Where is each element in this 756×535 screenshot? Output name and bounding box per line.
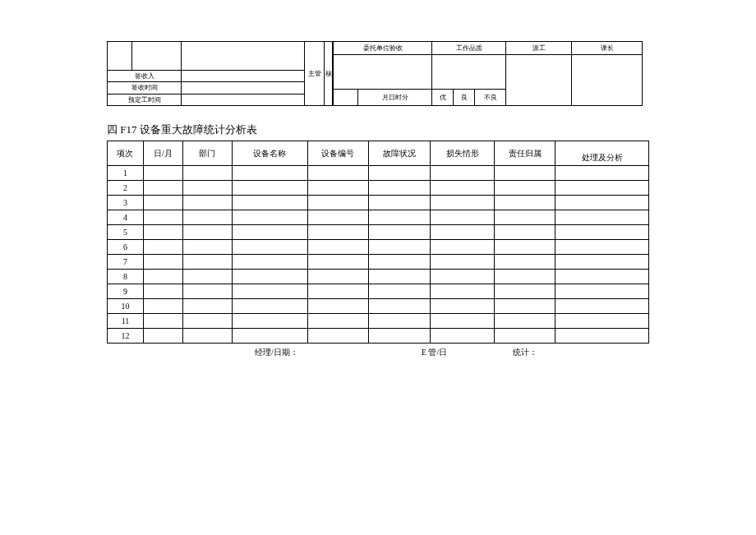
datetime-label: 月日时分	[358, 90, 432, 106]
seq-cell: 7	[108, 255, 144, 270]
col-equip-name: 设备名称	[232, 141, 307, 166]
seq-cell: 3	[108, 196, 144, 210]
seq-cell: 6	[108, 240, 144, 255]
seq-cell: 10	[108, 299, 144, 314]
scheduled-time-label: 预定工时间	[108, 94, 182, 105]
footer-line: 经理/日期： E 管/日 统计：	[107, 347, 649, 358]
grade-poor: 不良	[475, 90, 506, 106]
work-quality-header: 工作品质	[432, 42, 506, 55]
seq-cell: 1	[108, 166, 144, 181]
section-title: 四 F17 设备重大故障统计分析表	[107, 122, 649, 137]
table-row: 11	[108, 314, 649, 329]
grade-good: 良	[454, 90, 475, 106]
col-date: 日/月	[143, 141, 182, 166]
table-row: 9	[108, 284, 649, 299]
footer-manager: 经理/日期：	[255, 347, 298, 358]
sign-in-label: 签收入	[108, 70, 182, 81]
grade-excellent: 优	[432, 90, 454, 106]
scheduled-time-value	[182, 94, 305, 105]
seq-cell: 4	[108, 210, 144, 225]
client-accept-cell	[334, 55, 432, 90]
footer-pipe: E 管/日	[422, 347, 447, 358]
table-row: 12	[108, 329, 649, 344]
seq-cell: 2	[108, 181, 144, 196]
table-row: 3	[108, 196, 649, 210]
upper-blank-a	[108, 42, 132, 71]
col-fault: 故障状况	[368, 141, 431, 166]
seq-cell: 12	[108, 329, 144, 344]
upper-blank-c	[182, 42, 305, 71]
col-equip-no: 设备编号	[307, 141, 368, 166]
table-row: 1	[108, 166, 649, 181]
table-row: 5	[108, 225, 649, 240]
footer-stat: 统计：	[513, 347, 537, 358]
leader-header: 课长	[572, 42, 643, 55]
sign-time-value	[182, 82, 305, 94]
sign-time-label: 签收时间	[108, 82, 182, 94]
table-row: 8	[108, 270, 649, 284]
seq-cell: 8	[108, 270, 144, 284]
table-row: 6	[108, 240, 649, 255]
work-quality-cell	[432, 55, 506, 90]
dispatch-cell	[506, 55, 572, 106]
client-accept-header: 委托单位验收	[334, 42, 432, 55]
upper-left-block: 主管 核 签收入 签收时间 预定工时间	[107, 41, 333, 106]
col-resp: 责任归属	[495, 141, 555, 166]
leader-cell	[572, 55, 643, 106]
seq-cell: 5	[108, 225, 144, 240]
analysis-table: 项次 日/月 部门 设备名称 设备编号 故障状况 损失情形 责任归属 处理及分析…	[107, 141, 649, 344]
upper-blank-b	[132, 42, 182, 71]
col-analysis: 处理及分析	[555, 141, 649, 166]
seq-cell: 9	[108, 284, 144, 299]
table-row: 10	[108, 299, 649, 314]
table-row: 2	[108, 181, 649, 196]
col-loss: 损失情形	[431, 141, 495, 166]
table-row: 7	[108, 255, 649, 270]
sign-in-value	[182, 70, 305, 81]
supervisor-label: 主管	[305, 42, 325, 106]
table-row: 4	[108, 210, 649, 225]
seq-cell: 11	[108, 314, 144, 329]
upper-right-block: 委托单位验收 工作品质 派工 课长 月日时分 优 良 不良	[333, 41, 643, 106]
col-dept: 部门	[182, 141, 232, 166]
upper-form: 主管 核 签收入 签收时间 预定工时间 委托单位验收 工作品质 派工 课长	[107, 41, 649, 106]
col-seq: 项次	[108, 141, 144, 166]
analysis-table-body: 1 2 3 4 5 6 7 8 9 10 11 12	[108, 166, 649, 344]
dispatch-header: 派工	[506, 42, 572, 55]
check-label: 核	[325, 42, 333, 106]
datetime-blank	[334, 90, 358, 106]
